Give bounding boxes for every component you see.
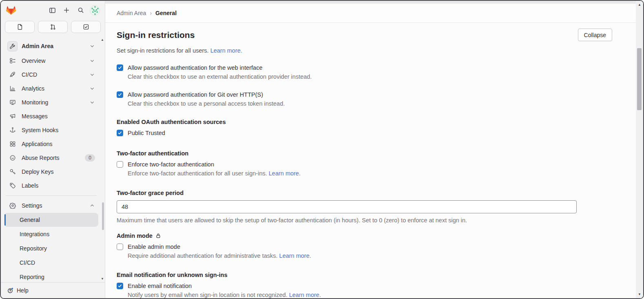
wrench-icon (7, 41, 18, 51)
checkbox-helper: Enforce two-factor authentication for al… (128, 169, 301, 177)
sidebar-item-label: CI/CD (22, 71, 85, 78)
sidebar-item-abuse-reports[interactable]: Abuse Reports 0 (4, 151, 98, 165)
password-web-checkbox[interactable] (117, 64, 123, 71)
sidebar-item-messages[interactable]: Messages (4, 109, 98, 123)
sidebar-shortcuts (1, 20, 105, 37)
scrollbar-up-icon[interactable]: ▲ (636, 3, 643, 7)
sidebar-item-help[interactable]: Help (1, 282, 105, 298)
sidebar-item-applications[interactable]: Applications (4, 137, 98, 151)
sidebar-item-label: Admin Area (22, 43, 85, 49)
breadcrumb: Admin Area › General (105, 4, 643, 23)
sidebar-item-label: Abuse Reports (22, 155, 81, 161)
public-trusted-checkbox[interactable] (117, 130, 123, 136)
chevron-down-icon (89, 58, 95, 64)
sidebar-item-label: Applications (22, 141, 95, 147)
two-factor-section-label: Two-factor authentication (117, 150, 612, 157)
grace-period-label: Two-factor grace period (117, 190, 612, 196)
settings-content: Sign-in restrictions Collapse Set sign-i… (105, 23, 643, 298)
sidebar-item-general[interactable]: General (4, 213, 98, 227)
help-icon (7, 287, 14, 294)
main-area: Admin Area › General Sign-in restriction… (105, 1, 643, 298)
enforce-2fa-checkbox[interactable] (117, 161, 123, 168)
grace-period-input[interactable] (117, 200, 577, 213)
sidebar: ▲ Admin Area (1, 1, 105, 298)
main-scrollbar[interactable]: ▲ ▼ (636, 1, 643, 298)
sidebar-item-settings-cicd[interactable]: CI/CD (4, 256, 98, 270)
checkbox-text: Allow password authentication for the we… (128, 64, 312, 81)
user-avatar[interactable] (90, 5, 100, 16)
section-description: Set sign-in restrictions for all users. … (117, 47, 612, 54)
enable-admin-mode-checkbox[interactable] (117, 244, 123, 250)
chevron-down-icon (89, 86, 95, 91)
helper-text: Notify users by email when sign-in locat… (128, 292, 288, 298)
sidebar-item-overview[interactable]: Overview (4, 54, 98, 68)
lead-text: Set sign-in restrictions for all users. (117, 47, 209, 54)
panel-toggle-icon[interactable] (47, 5, 58, 16)
issues-icon[interactable] (5, 21, 35, 33)
chevron-up-icon (89, 203, 95, 208)
chevron-down-icon (89, 72, 95, 78)
scrollbar-thumb[interactable] (637, 48, 642, 110)
public-trusted-checkbox-row: Public Trusted (117, 129, 612, 137)
learn-more-link[interactable]: Learn more. (210, 47, 242, 54)
page-title: Sign-in restrictions (117, 30, 195, 40)
sidebar-topbar (1, 1, 105, 20)
checkbox-text: Enforce two-factor authentication Enforc… (128, 160, 301, 177)
sidebar-item-system-hooks[interactable]: System Hooks (4, 123, 98, 137)
sidebar-item-analytics[interactable]: Analytics (4, 82, 98, 95)
scrollbar-down-icon[interactable]: ▼ (636, 292, 643, 296)
sidebar-item-labels[interactable]: Labels (4, 179, 98, 193)
checkbox-label: Allow password authentication for Git ov… (128, 91, 285, 99)
sidebar-item-reporting[interactable]: Reporting (4, 270, 98, 282)
megaphone-icon (9, 113, 16, 120)
password-git-checkbox-row: Allow password authentication for Git ov… (117, 91, 612, 108)
lock-icon (155, 233, 161, 239)
sidebar-item-label: Analytics (22, 85, 85, 92)
sidebar-item-label: Labels (22, 182, 95, 189)
breadcrumb-separator-icon: › (150, 10, 152, 16)
abuse-reports-count-badge: 0 (85, 154, 95, 162)
merge-request-icon[interactable] (38, 21, 68, 33)
checkbox-helper: Clear this checkbox to use a personal ac… (128, 100, 285, 108)
checkbox-helper: Notify users by email when sign-in locat… (128, 291, 321, 298)
sidebar-item-monitoring[interactable]: Monitoring (4, 95, 98, 109)
browser-window: ▲ Admin Area (0, 0, 644, 299)
labels-icon (9, 182, 16, 189)
breadcrumb-admin-area[interactable]: Admin Area (117, 10, 146, 16)
overview-icon (9, 58, 16, 64)
sidebar-item-integrations[interactable]: Integrations (4, 227, 98, 241)
sidebar-item-label: Integrations (20, 231, 49, 237)
checkbox-label: Enable email notification (128, 282, 321, 290)
enable-email-notification-checkbox[interactable] (117, 283, 123, 289)
sidebar-scrollbar-thumb[interactable] (102, 202, 104, 230)
checkbox-text: Enable email notification Notify users b… (128, 282, 321, 298)
email-notification-section-label: Email notification for unknown sign-ins (117, 272, 612, 278)
sidebar-item-label: General (20, 217, 40, 223)
password-git-checkbox[interactable] (117, 91, 123, 98)
todo-icon[interactable] (71, 21, 101, 33)
admin-mode-section-label: Admin mode (117, 233, 612, 239)
sidebar-item-label: Overview (22, 58, 85, 64)
collapse-button[interactable]: Collapse (578, 29, 612, 41)
section-label-text: Admin mode (117, 233, 153, 239)
enable-admin-mode-checkbox-row: Enable admin mode Require additional aut… (117, 243, 612, 260)
sidebar-divider (6, 195, 97, 196)
sidebar-item-repository[interactable]: Repository (4, 241, 98, 255)
breadcrumb-current: General (155, 10, 177, 16)
sidebar-item-label: Monitoring (22, 99, 85, 106)
learn-more-link[interactable]: Learn more. (269, 170, 301, 177)
checkbox-label: Enable admin mode (128, 243, 311, 251)
sidebar-context-admin-area[interactable]: Admin Area (4, 38, 98, 54)
sidebar-item-settings[interactable]: Settings (4, 199, 98, 213)
sidebar-item-label: Messages (22, 113, 95, 120)
sidebar-item-deploy-keys[interactable]: Deploy Keys (4, 165, 98, 179)
learn-more-link[interactable]: Learn more. (279, 252, 311, 259)
checkbox-helper: Require additional authentication for ad… (128, 252, 311, 260)
sidebar-scroll-down-icon[interactable]: ▼ (101, 277, 104, 281)
learn-more-link[interactable]: Learn more. (289, 292, 321, 298)
chevron-down-icon (89, 43, 95, 49)
sidebar-item-cicd[interactable]: CI/CD (4, 68, 98, 82)
search-icon[interactable] (75, 5, 86, 16)
sidebar-scroll-up-icon[interactable]: ▲ (101, 38, 104, 42)
plus-icon[interactable] (61, 5, 72, 16)
